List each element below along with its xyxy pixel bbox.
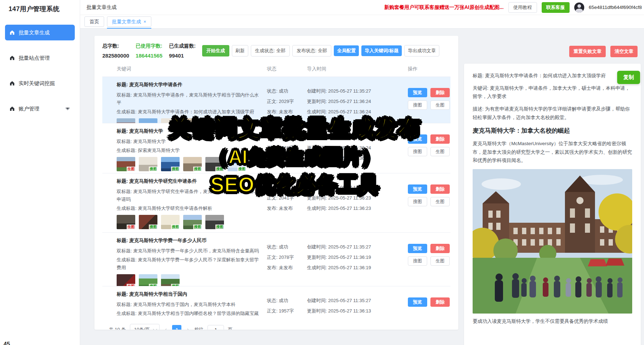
preview-button[interactable]: 预览 xyxy=(408,88,427,97)
export-success-button[interactable]: 导出成功文章 xyxy=(404,45,439,56)
word-count: 正文: 2041字 xyxy=(267,195,307,201)
article-title: 标题: 麦克马斯特大学研究生申请条件 xyxy=(117,178,262,184)
search-image-button[interactable]: 搜图 xyxy=(408,147,427,156)
generate-image-button[interactable]: 生图 xyxy=(430,256,450,266)
generate-image-button[interactable]: 生图 xyxy=(430,197,450,206)
import-keywords-button[interactable]: 导入关键词/标题 xyxy=(361,45,402,56)
refresh-button[interactable]: 刷新 xyxy=(232,45,248,56)
sidebar-item-account-management[interactable]: 账户管理 xyxy=(5,101,75,117)
article-title: 标题: 麦克马斯特大学相当于国内 xyxy=(117,291,262,297)
preview-button[interactable]: 预览 xyxy=(408,134,427,144)
goto-page-input[interactable] xyxy=(208,325,224,330)
article-thumbnail[interactable]: 搜图 xyxy=(183,118,202,123)
delete-button[interactable]: 删除 xyxy=(430,184,450,194)
article-thumbnail[interactable]: 搜图 xyxy=(205,157,224,171)
tab-batch-article-generation[interactable]: 批量文章生成 × xyxy=(107,16,151,27)
reset-failed-articles-button[interactable]: 重置失败文章 xyxy=(569,46,606,57)
preview-button[interactable]: 预览 xyxy=(408,297,427,307)
search-image-button[interactable]: 搜图 xyxy=(408,197,427,206)
global-config-button[interactable]: 全局配置 xyxy=(334,45,359,56)
clear-articles-button[interactable]: 清空文章 xyxy=(610,46,638,57)
sidebar-item-realtime-keyword-mining[interactable]: 实时关键词挖掘 xyxy=(5,75,75,91)
stat-used-words: 已使用字数: 186441565 xyxy=(136,43,162,59)
actions-cell: 预览 删除 搜图 生图 xyxy=(408,80,450,123)
home-icon xyxy=(9,55,15,61)
tab-home[interactable]: 首页 xyxy=(84,16,104,27)
prev-page-button[interactable]: ‹ xyxy=(164,326,169,330)
sidebar-item-batch-site-management[interactable]: 批量站点管理 xyxy=(5,50,75,66)
thumbnail-badge: 搜图 xyxy=(149,167,157,171)
article-thumbnail[interactable]: 生图 xyxy=(117,118,135,123)
article-thumbnail[interactable]: 搜图 xyxy=(161,215,180,229)
article-thumbnail[interactable]: 搜图 xyxy=(183,157,202,171)
article-thumbnail[interactable]: 搜图 xyxy=(161,274,180,286)
preview-button[interactable]: 预览 xyxy=(408,184,427,194)
article-double-title: 双标题: 麦克马斯特大学申请条件，麦克马斯特大学相当于国内什么水平 xyxy=(117,91,262,107)
per-page-select[interactable]: 10条/页 xyxy=(130,324,160,330)
article-thumbnail[interactable]: 搜图 xyxy=(139,274,157,286)
delete-button[interactable]: 删除 xyxy=(430,88,450,97)
article-thumbnail[interactable]: 生图 xyxy=(117,274,135,286)
detail-heading: 麦克马斯特大学：加拿大名校的崛起 xyxy=(473,127,632,135)
article-thumbnail[interactable]: 搜图 xyxy=(161,157,180,171)
avatar[interactable] xyxy=(574,3,584,13)
thumbnail-badge: 搜图 xyxy=(215,225,224,229)
updated-time: 更新时间: 2025-05-27 11:36:24 xyxy=(307,145,408,151)
sidebar-item-batch-article-generation[interactable]: 批量文章生成 xyxy=(5,25,75,40)
thumbnail-badge: 生图 xyxy=(127,284,135,286)
article-thumbnail[interactable]: 搜图 xyxy=(161,118,180,123)
article-generated-title: 生成标题: 麦克马斯特大学申请条件：如何成功进入加拿大顶级学府 xyxy=(117,108,262,116)
article-thumbnail[interactable]: 搜图 xyxy=(139,118,157,123)
status-text: 状态: 成功 xyxy=(267,88,307,94)
generate-image-button[interactable]: 生图 xyxy=(430,100,450,110)
status-cell: 状态: 成功 正文: 1957字 xyxy=(267,290,307,318)
article-thumbnail[interactable]: 搜图 xyxy=(183,215,202,229)
article-thumbnail[interactable]: 生图 xyxy=(117,215,135,229)
article-thumbnail[interactable]: 生图 xyxy=(117,157,135,171)
close-icon[interactable]: × xyxy=(143,19,146,24)
generate-image-button[interactable]: 生图 xyxy=(430,147,450,156)
status-text: 状态: 成功 xyxy=(267,244,307,250)
delete-button[interactable]: 删除 xyxy=(430,244,450,253)
sidebar-item-label: 账户管理 xyxy=(19,105,39,112)
article-generated-title: 生成标题: 麦克马斯特大学研究生申请条件解析 xyxy=(117,204,262,212)
publish-status: 发布: 未发布 xyxy=(267,109,307,115)
pagination: 共 10 条 10条/页 ‹ 1 › 前往 页 xyxy=(109,324,450,330)
created-time: 创建时间: 2025-05-27 11:35:27 xyxy=(307,88,408,94)
page-number[interactable]: 1 xyxy=(172,325,181,330)
status-cell: 状态: 成功 正文: 2041字 发布: 未发布 xyxy=(267,177,307,232)
article-thumbnail[interactable]: 搜图 xyxy=(139,157,157,171)
keyword-cell: 标题: 麦克马斯特大学相当于国内 双标题: 麦克马斯特大学相当于国内，麦克马斯特… xyxy=(117,290,267,318)
table-row[interactable]: 标题: 麦克马斯特大学相当于国内 双标题: 麦克马斯特大学相当于国内，麦克马斯特… xyxy=(102,286,450,318)
thumbnail-strip: 生图搜图搜图搜图搜图搜图 xyxy=(117,118,262,123)
article-thumbnail[interactable]: 搜图 xyxy=(205,118,224,123)
start-generation-button[interactable]: 开始生成 xyxy=(202,45,229,56)
tutorial-button[interactable]: 使用教程 xyxy=(508,2,537,13)
delete-button[interactable]: 删除 xyxy=(430,134,450,144)
article-thumbnail[interactable]: 搜图 xyxy=(205,215,224,229)
updated-time: 更新时间: 2025-05-27 11:36:13 xyxy=(307,308,408,314)
contact-support-button[interactable]: 联系客服 xyxy=(542,2,570,13)
copy-button[interactable]: 复制 xyxy=(617,71,640,84)
status-text: 状态: 成功 xyxy=(267,184,307,191)
stat-value: 282580000 xyxy=(102,53,129,59)
article-thumbnail[interactable]: 搜图 xyxy=(139,215,157,229)
preview-button[interactable]: 预览 xyxy=(408,244,427,253)
table-row[interactable]: 标题: 麦克马斯特大学申请条件 双标题: 麦克马斯特大学申请条件，麦克马斯特大学… xyxy=(102,77,450,123)
article-thumbnail[interactable]: 搜图 xyxy=(228,118,246,123)
publish-status-select[interactable]: 发布状态: 全部 xyxy=(292,45,331,56)
generation-status-select[interactable]: 生成状态: 全部 xyxy=(251,45,290,56)
column-header-actions: 操作 xyxy=(408,66,450,72)
detail-description: 描述: 为有意申请麦克马斯特大学的学生详细讲解申请要求及步骤，帮助你轻松掌握入学… xyxy=(473,105,632,122)
thumbnail-badge: 搜图 xyxy=(171,284,180,286)
article-thumbnail[interactable]: 搜图 xyxy=(228,157,246,171)
campus-photo xyxy=(473,169,632,314)
search-image-button[interactable]: 搜图 xyxy=(408,256,427,266)
keyword-cell: 标题: 麦克马斯特大学 双标题: 麦克马斯特大学 生成标题: 探索麦克马斯特大学… xyxy=(117,127,267,173)
next-page-button[interactable]: › xyxy=(185,326,190,330)
table-row[interactable]: 标题: 麦克马斯特大学 双标题: 麦克马斯特大学 生成标题: 探索麦克马斯特大学… xyxy=(102,123,450,173)
table-row[interactable]: 标题: 麦克马斯特大学研究生申请条件 双标题: 麦克马斯特大学研究生申请条件，麦… xyxy=(102,173,450,232)
delete-button[interactable]: 删除 xyxy=(430,297,450,307)
table-row[interactable]: 标题: 麦克马斯特大学学费一年多少人民币 双标题: 麦克马斯特大学学费一年多少人… xyxy=(102,232,450,286)
search-image-button[interactable]: 搜图 xyxy=(408,100,427,110)
